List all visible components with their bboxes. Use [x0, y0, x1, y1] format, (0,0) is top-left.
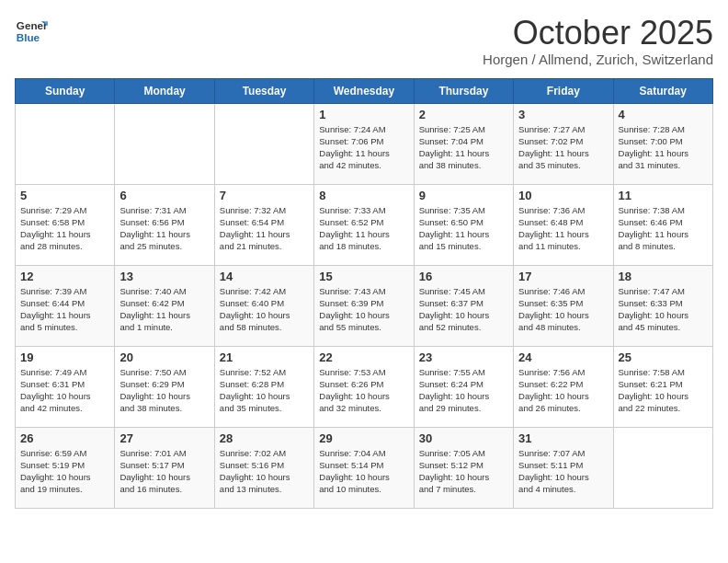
calendar-cell: 16Sunrise: 7:45 AMSunset: 6:37 PMDayligh…	[414, 265, 513, 346]
calendar-cell: 21Sunrise: 7:52 AMSunset: 6:28 PMDayligh…	[214, 346, 313, 427]
title-block: October 2025 Horgen / Allmend, Zurich, S…	[483, 15, 713, 67]
day-info: Sunrise: 7:38 AMSunset: 6:46 PMDaylight:…	[619, 204, 708, 253]
day-number: 19	[20, 350, 109, 364]
day-info: Sunrise: 7:53 AMSunset: 6:26 PMDaylight:…	[319, 366, 408, 415]
day-info: Sunrise: 7:46 AMSunset: 6:35 PMDaylight:…	[518, 285, 608, 334]
day-header-wednesday: Wednesday	[314, 78, 414, 103]
calendar-cell: 18Sunrise: 7:47 AMSunset: 6:33 PMDayligh…	[613, 265, 712, 346]
day-info: Sunrise: 7:39 AMSunset: 6:44 PMDaylight:…	[20, 285, 109, 334]
month-title: October 2025	[483, 15, 713, 52]
day-info: Sunrise: 7:40 AMSunset: 6:42 PMDaylight:…	[119, 285, 209, 334]
day-info: Sunrise: 7:47 AMSunset: 6:33 PMDaylight:…	[619, 285, 708, 334]
day-number: 9	[419, 189, 508, 202]
day-header-thursday: Thursday	[414, 78, 513, 103]
week-row-2: 5Sunrise: 7:29 AMSunset: 6:58 PMDaylight…	[16, 184, 713, 265]
calendar-cell: 8Sunrise: 7:33 AMSunset: 6:52 PMDaylight…	[314, 184, 414, 265]
day-info: Sunrise: 7:33 AMSunset: 6:52 PMDaylight:…	[319, 204, 408, 253]
calendar-cell: 10Sunrise: 7:36 AMSunset: 6:48 PMDayligh…	[514, 184, 613, 265]
day-number: 10	[518, 189, 608, 202]
calendar-cell: 9Sunrise: 7:35 AMSunset: 6:50 PMDaylight…	[414, 184, 513, 265]
calendar-cell: 4Sunrise: 7:28 AMSunset: 7:00 PMDaylight…	[613, 103, 712, 184]
day-number: 22	[319, 350, 408, 364]
day-info: Sunrise: 6:59 AMSunset: 5:19 PMDaylight:…	[20, 447, 109, 496]
day-number: 14	[220, 270, 309, 283]
day-info: Sunrise: 7:25 AMSunset: 7:04 PMDaylight:…	[419, 123, 508, 172]
day-number: 23	[419, 350, 508, 364]
day-header-sunday: Sunday	[16, 78, 115, 103]
calendar-cell: 11Sunrise: 7:38 AMSunset: 6:46 PMDayligh…	[613, 184, 712, 265]
day-info: Sunrise: 7:49 AMSunset: 6:31 PMDaylight:…	[20, 366, 109, 415]
day-info: Sunrise: 7:56 AMSunset: 6:22 PMDaylight:…	[518, 366, 608, 415]
calendar-cell: 14Sunrise: 7:42 AMSunset: 6:40 PMDayligh…	[214, 265, 313, 346]
day-number: 15	[319, 270, 408, 283]
calendar-cell: 13Sunrise: 7:40 AMSunset: 6:42 PMDayligh…	[115, 265, 214, 346]
day-number: 20	[119, 350, 209, 364]
day-info: Sunrise: 7:31 AMSunset: 6:56 PMDaylight:…	[119, 204, 209, 253]
day-info: Sunrise: 7:42 AMSunset: 6:40 PMDaylight:…	[220, 285, 309, 334]
day-info: Sunrise: 7:45 AMSunset: 6:37 PMDaylight:…	[419, 285, 508, 334]
calendar-cell: 24Sunrise: 7:56 AMSunset: 6:22 PMDayligh…	[514, 346, 613, 427]
day-info: Sunrise: 7:58 AMSunset: 6:21 PMDaylight:…	[619, 366, 708, 415]
day-info: Sunrise: 7:28 AMSunset: 7:00 PMDaylight:…	[619, 123, 708, 172]
day-number: 8	[319, 189, 408, 202]
week-row-1: 1Sunrise: 7:24 AMSunset: 7:06 PMDaylight…	[16, 103, 713, 184]
calendar-cell: 2Sunrise: 7:25 AMSunset: 7:04 PMDaylight…	[414, 103, 513, 184]
day-number: 13	[119, 270, 209, 283]
day-number: 25	[619, 350, 708, 364]
day-info: Sunrise: 7:05 AMSunset: 5:12 PMDaylight:…	[419, 447, 508, 496]
page-header: General Blue October 2025 Horgen / Allme…	[15, 15, 713, 67]
day-info: Sunrise: 7:50 AMSunset: 6:29 PMDaylight:…	[119, 366, 209, 415]
day-number: 7	[220, 189, 309, 202]
week-row-4: 19Sunrise: 7:49 AMSunset: 6:31 PMDayligh…	[16, 346, 713, 427]
calendar-table: SundayMondayTuesdayWednesdayThursdayFrid…	[15, 78, 713, 509]
day-number: 29	[319, 431, 408, 445]
day-info: Sunrise: 7:35 AMSunset: 6:50 PMDaylight:…	[419, 204, 508, 253]
header-row: SundayMondayTuesdayWednesdayThursdayFrid…	[16, 78, 713, 103]
calendar-cell: 29Sunrise: 7:04 AMSunset: 5:14 PMDayligh…	[314, 427, 414, 508]
day-info: Sunrise: 7:04 AMSunset: 5:14 PMDaylight:…	[319, 447, 408, 496]
calendar-cell: 5Sunrise: 7:29 AMSunset: 6:58 PMDaylight…	[16, 184, 115, 265]
calendar-cell	[16, 103, 115, 184]
day-info: Sunrise: 7:32 AMSunset: 6:54 PMDaylight:…	[220, 204, 309, 253]
calendar-cell	[214, 103, 313, 184]
day-info: Sunrise: 7:52 AMSunset: 6:28 PMDaylight:…	[220, 366, 309, 415]
week-row-3: 12Sunrise: 7:39 AMSunset: 6:44 PMDayligh…	[16, 265, 713, 346]
day-info: Sunrise: 7:01 AMSunset: 5:17 PMDaylight:…	[119, 447, 209, 496]
calendar-cell: 28Sunrise: 7:02 AMSunset: 5:16 PMDayligh…	[214, 427, 313, 508]
calendar-cell: 31Sunrise: 7:07 AMSunset: 5:11 PMDayligh…	[514, 427, 613, 508]
day-header-friday: Friday	[514, 78, 613, 103]
calendar-cell: 1Sunrise: 7:24 AMSunset: 7:06 PMDaylight…	[314, 103, 414, 184]
day-header-saturday: Saturday	[613, 78, 712, 103]
day-number: 3	[518, 108, 608, 121]
location: Horgen / Allmend, Zurich, Switzerland	[483, 52, 713, 67]
day-number: 4	[619, 108, 708, 121]
day-number: 12	[20, 270, 109, 283]
calendar-cell: 26Sunrise: 6:59 AMSunset: 5:19 PMDayligh…	[16, 427, 115, 508]
day-number: 24	[518, 350, 608, 364]
day-number: 5	[20, 189, 109, 202]
calendar-cell: 15Sunrise: 7:43 AMSunset: 6:39 PMDayligh…	[314, 265, 414, 346]
svg-text:Blue: Blue	[17, 31, 40, 43]
day-number: 18	[619, 270, 708, 283]
calendar-cell: 6Sunrise: 7:31 AMSunset: 6:56 PMDaylight…	[115, 184, 214, 265]
day-info: Sunrise: 7:29 AMSunset: 6:58 PMDaylight:…	[20, 204, 109, 253]
day-number: 16	[419, 270, 508, 283]
day-info: Sunrise: 7:36 AMSunset: 6:48 PMDaylight:…	[518, 204, 608, 253]
logo-icon: General Blue	[15, 15, 48, 48]
day-number: 26	[20, 431, 109, 445]
calendar-cell: 22Sunrise: 7:53 AMSunset: 6:26 PMDayligh…	[314, 346, 414, 427]
calendar-cell: 3Sunrise: 7:27 AMSunset: 7:02 PMDaylight…	[514, 103, 613, 184]
calendar-cell: 30Sunrise: 7:05 AMSunset: 5:12 PMDayligh…	[414, 427, 513, 508]
day-header-tuesday: Tuesday	[214, 78, 313, 103]
day-header-monday: Monday	[115, 78, 214, 103]
day-number: 30	[419, 431, 508, 445]
calendar-cell: 12Sunrise: 7:39 AMSunset: 6:44 PMDayligh…	[16, 265, 115, 346]
calendar-cell: 23Sunrise: 7:55 AMSunset: 6:24 PMDayligh…	[414, 346, 513, 427]
day-number: 31	[518, 431, 608, 445]
day-number: 28	[220, 431, 309, 445]
day-number: 11	[619, 189, 708, 202]
calendar-cell	[613, 427, 712, 508]
logo: General Blue	[15, 15, 48, 48]
week-row-5: 26Sunrise: 6:59 AMSunset: 5:19 PMDayligh…	[16, 427, 713, 508]
day-number: 6	[119, 189, 209, 202]
